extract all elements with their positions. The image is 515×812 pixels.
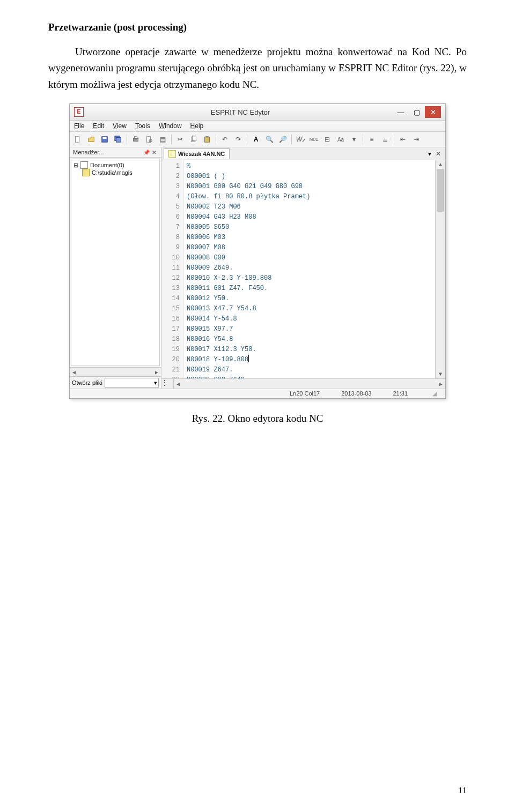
open-file-icon[interactable]: [85, 133, 97, 145]
align-left-icon[interactable]: ≡: [366, 133, 378, 145]
scroll-right-icon[interactable]: ►: [437, 379, 445, 389]
new-file-icon[interactable]: [72, 133, 84, 145]
section-title: Przetwarzanie (post processing): [48, 21, 467, 33]
document-tree[interactable]: ⊟ Document(0) C:\studia\magis: [71, 159, 160, 366]
menu-view[interactable]: View: [113, 122, 127, 130]
copy-icon[interactable]: [188, 133, 200, 145]
find-next-icon[interactable]: 🔎: [277, 133, 289, 145]
document-page: Przetwarzanie (post processing) Utworzon…: [0, 0, 515, 812]
tab-close-icon[interactable]: ✕: [433, 150, 443, 158]
svg-rect-4: [116, 138, 121, 143]
menu-file[interactable]: File: [74, 122, 84, 130]
print-icon[interactable]: [130, 133, 142, 145]
menu-bar: File Edit View Tools Window Help: [70, 121, 445, 132]
code-text[interactable]: %O00001 ( )N00001 G00 G40 G21 G49 G80 G9…: [183, 160, 435, 378]
scroll-up-icon[interactable]: ▲: [436, 160, 445, 169]
panel-title: Menadżer...: [73, 149, 104, 155]
menu-edit[interactable]: Edit: [93, 122, 104, 130]
outdent-icon[interactable]: ⇥: [410, 133, 422, 145]
dropdown-icon[interactable]: ▾: [348, 133, 360, 145]
file-tab[interactable]: Wieszak 4AN.NC: [164, 148, 230, 159]
body-paragraph: Utworzone operacje zawarte w menedżerze …: [48, 44, 467, 93]
properties-icon[interactable]: ▤: [157, 133, 168, 145]
panel-header: Menadżer... 📌 ✕: [70, 147, 161, 158]
svg-rect-12: [205, 136, 208, 138]
title-bar: E ESPRIT NC Edytor — ▢ ✕: [70, 104, 445, 121]
line-gutter: 12345678910111213141516171819202122: [161, 160, 183, 378]
code-area: 12345678910111213141516171819202122 %O00…: [161, 160, 445, 378]
panel-h-scrollbar[interactable]: ◄ ►: [70, 367, 161, 376]
svg-rect-5: [134, 138, 138, 141]
svg-rect-2: [103, 137, 107, 139]
document-icon: [80, 161, 88, 169]
menu-help[interactable]: Help: [190, 122, 204, 130]
file-tab-label: Wieszak 4AN.NC: [178, 151, 225, 157]
figure: E ESPRIT NC Edytor — ▢ ✕ File Edit View …: [48, 103, 467, 424]
status-bar: Ln20 Col17 2013-08-03 21:31 ◢: [70, 389, 445, 398]
scroll-left-icon[interactable]: ◄: [70, 368, 78, 376]
open-files-row: Otwórz pliki ▾: [70, 376, 161, 389]
case-button[interactable]: Aa: [335, 133, 347, 145]
tree-root: Document(0): [90, 162, 124, 168]
tab-dropdown-icon[interactable]: ▾: [428, 150, 431, 158]
scroll-thumb[interactable]: [437, 169, 444, 212]
find-icon[interactable]: 🔍: [263, 133, 275, 145]
folder-icon: [82, 169, 90, 176]
redo-icon[interactable]: ↷: [232, 133, 244, 145]
paste-icon[interactable]: [201, 133, 213, 145]
svg-rect-6: [134, 137, 137, 139]
save-icon[interactable]: [99, 133, 111, 145]
svg-rect-0: [76, 137, 79, 143]
status-time: 21:31: [393, 390, 408, 397]
app-icon: E: [74, 107, 84, 117]
status-date: 2013-08-03: [341, 390, 371, 397]
svg-rect-10: [192, 136, 196, 141]
editor-window: E ESPRIT NC Edytor — ▢ ✕ File Edit View …: [69, 103, 446, 399]
figure-caption: Rys. 22. Okno edytora kodu NC: [48, 413, 467, 424]
n01-button[interactable]: N01: [308, 133, 320, 145]
scroll-down-icon[interactable]: ▼: [436, 370, 445, 378]
status-position: Ln20 Col17: [290, 390, 320, 397]
editor-panel: Wieszak 4AN.NC ▾ ✕ 123456789101112131415…: [161, 147, 445, 389]
file-tab-icon: [168, 150, 176, 158]
resize-grip-icon[interactable]: ◢: [429, 390, 437, 397]
window-title: ESPRIT NC Edytor: [211, 108, 270, 116]
scroll-right-icon[interactable]: ►: [152, 368, 161, 376]
scroll-left-icon[interactable]: ◄: [174, 379, 182, 389]
toolbar: ▤ ✂ ↶ ↷ A 🔍 🔎 W₂ N01 ⊟ Aa ▾ ≡ ≣: [70, 132, 445, 147]
align-center-icon[interactable]: ≣: [379, 133, 391, 145]
preview-icon[interactable]: [143, 133, 155, 145]
font-button[interactable]: A: [250, 133, 262, 145]
svg-rect-11: [205, 137, 210, 143]
menu-window[interactable]: Window: [159, 122, 182, 130]
maximize-button[interactable]: ▢: [409, 106, 425, 118]
pin-icon[interactable]: 📌: [143, 148, 150, 156]
manager-panel: Menadżer... 📌 ✕ ⊟ Document(0): [70, 147, 161, 389]
save-all-icon[interactable]: [112, 133, 124, 145]
minimize-button[interactable]: —: [393, 106, 409, 118]
main-area: Menadżer... 📌 ✕ ⊟ Document(0): [70, 147, 445, 389]
open-files-combo[interactable]: ▾: [105, 378, 159, 388]
undo-icon[interactable]: ↶: [219, 133, 231, 145]
editor-h-scrollbar[interactable]: ⋮ ◄ ►: [161, 378, 445, 389]
scroll-corner: ⋮: [161, 379, 174, 389]
page-number: 11: [458, 785, 467, 796]
format-button[interactable]: ⊟: [321, 133, 333, 145]
menu-tools[interactable]: Tools: [135, 122, 150, 130]
file-tab-row: Wieszak 4AN.NC ▾ ✕: [161, 147, 445, 160]
editor-v-scrollbar[interactable]: ▲ ▼: [435, 160, 445, 378]
tree-child: C:\studia\magis: [92, 169, 133, 176]
panel-close-icon[interactable]: ✕: [150, 148, 158, 156]
open-files-label: Otwórz pliki: [72, 379, 102, 386]
close-button[interactable]: ✕: [425, 106, 441, 118]
w-button[interactable]: W₂: [295, 133, 306, 145]
cut-icon[interactable]: ✂: [174, 133, 186, 145]
indent-icon[interactable]: ⇤: [397, 133, 409, 145]
